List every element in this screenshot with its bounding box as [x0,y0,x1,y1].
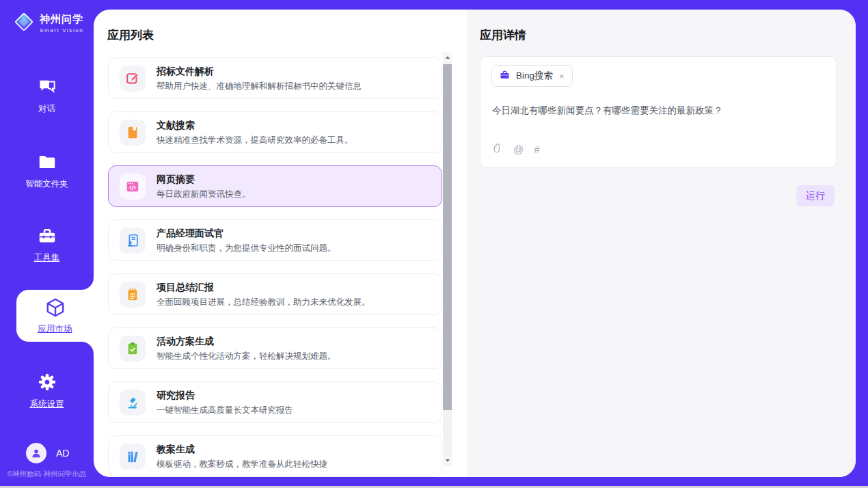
active-tab-fillet-top [81,277,94,290]
briefcase-icon [499,69,511,83]
sidebar-item-label: 工具集 [0,252,94,264]
sidebar-item-label: 应用市场 [16,323,94,335]
sidebar-item-settings[interactable]: 系统设置 [0,372,94,410]
clipboard-check-icon [120,336,146,362]
app-card-desc: 每日政府新闻资讯快查。 [157,188,251,200]
app-tagline: Smart Vision [40,27,83,33]
app-card-desc: 一键智能生成高质量长文本研究报告 [157,404,293,416]
sidebar-item-label: 智能文件夹 [0,178,94,190]
app-card-lesson-plan[interactable]: 教案生成 模板驱动，教案秒成，教学准备从此轻松快捷 [108,435,442,477]
tool-tag-bing-search[interactable]: Bing搜索 × [491,65,573,87]
sidebar-item-toolset[interactable]: 工具集 [0,226,94,264]
books-icon [120,444,146,470]
book-icon [120,120,146,146]
app-card-desc: 明确身份和职责，为您提供专业性的面试问题。 [157,242,336,254]
app-logo: 神州问学 Smart Vision [12,10,83,36]
gear-icon [37,383,57,394]
scrollbar-thumb[interactable] [443,64,452,410]
app-card-title: 项目总结汇报 [157,281,370,294]
app-list-title: 应用列表 [107,27,154,43]
input-toolbar: @ # [492,142,540,157]
app-card-title: 研究报告 [157,389,293,402]
user-name: AD [56,448,69,459]
query-input-card[interactable]: Bing搜索 × 今日湖北有哪些新闻要点？有哪些需要关注的最新政策？ @ # [480,56,837,168]
sidebar-footer-copyright: ©神州数码·神州问学出品 [0,470,94,479]
logo-diamond-icon [12,10,36,36]
scrollbar-down-arrow[interactable] [443,455,452,466]
app-card-event-plan[interactable]: 活动方案生成 智能生成个性化活动方案，轻松解决规划难题。 [108,327,442,369]
app-card-title: 活动方案生成 [157,335,336,348]
app-card-desc: 帮助用户快速、准确地理解和解析招标书中的关键信息 [157,80,362,92]
app-card-desc: 全面回顾项目进展，总结经验教训，助力未来优化发展。 [157,296,370,308]
notepad-icon [120,282,146,308]
app-detail-panel: 应用详情 Bing搜索 × 今日湖北有哪些新闻要点？有哪些需要关注的最新政策？ [467,10,856,477]
sidebar-item-label: 对话 [0,103,94,115]
app-card-title: 教案生成 [157,443,327,456]
chat-icon [37,87,57,99]
app-card-literature-search[interactable]: 文献搜索 快速精准查找学术资源，提高研究效率的必备工具。 [108,111,442,153]
microscope-icon [120,390,146,416]
app-card-desc: 模板驱动，教案秒成，教学准备从此轻松快捷 [157,458,327,470]
app-card-list: 招标文件解析 帮助用户快速、准确地理解和解析招标书中的关键信息 文献搜索 快速精… [108,57,442,477]
avatar [26,443,46,463]
app-card-title: 文献搜索 [157,119,353,132]
app-card-bid-analysis[interactable]: 招标文件解析 帮助用户快速、准确地理解和解析招标书中的关键信息 [108,57,442,99]
sidebar-item-label: 系统设置 [0,398,94,410]
at-icon[interactable]: @ [513,144,524,155]
app-card-title: 网页摘要 [157,173,251,186]
app-card-web-summary[interactable]: 网页摘要 每日政府新闻资讯快查。 [108,165,442,207]
sidebar-item-app-market[interactable]: 应用市场 [16,290,94,342]
sidebar-item-smart-folder[interactable]: 智能文件夹 [0,152,94,190]
hash-icon[interactable]: # [534,144,539,155]
query-text[interactable]: 今日湖北有哪些新闻要点？有哪些需要关注的最新政策？ [492,104,825,117]
sidebar: 神州问学 Smart Vision 对话 智能文件夹 [0,0,94,488]
user-account[interactable]: AD [26,443,69,463]
tool-tag-label: Bing搜索 [516,70,553,82]
app-card-desc: 快速精准查找学术资源，提高研究效率的必备工具。 [157,134,353,146]
app-list-scrollbar[interactable] [443,52,452,466]
scrollbar-up-arrow[interactable] [443,52,452,63]
run-button[interactable]: 运行 [796,185,835,206]
folder-icon [37,163,57,174]
app-name: 神州问学 [40,13,83,25]
tag-close-icon[interactable]: × [558,71,565,81]
document-user-icon [120,228,146,254]
app-card-title: 产品经理面试官 [157,227,336,240]
app-list-panel: 应用列表 招标文件解析 帮助用户快速、准确地理解和解析招标书中的关键信息 [94,10,467,477]
edit-document-icon [120,66,146,92]
app-card-research-report[interactable]: 研究报告 一键智能生成高质量长文本研究报告 [108,381,442,423]
sidebar-item-chat[interactable]: 对话 [0,77,94,115]
app-card-title: 招标文件解析 [157,65,362,78]
main-panel: 应用列表 招标文件解析 帮助用户快速、准确地理解和解析招标书中的关键信息 [94,10,856,477]
paperclip-icon[interactable] [492,142,503,157]
app-detail-title: 应用详情 [480,27,526,43]
active-tab-fillet-bottom [81,342,94,354]
cube-icon [44,297,66,321]
app-card-desc: 智能生成个性化活动方案，轻松解决规划难题。 [157,350,336,362]
toolbox-icon [37,236,57,248]
app-card-pm-interviewer[interactable]: 产品经理面试官 明确身份和职责，为您提供专业性的面试问题。 [108,219,442,261]
app-card-project-summary[interactable]: 项目总结汇报 全面回顾项目进展，总结经验教训，助力未来优化发展。 [108,273,442,315]
web-code-icon [120,174,146,200]
